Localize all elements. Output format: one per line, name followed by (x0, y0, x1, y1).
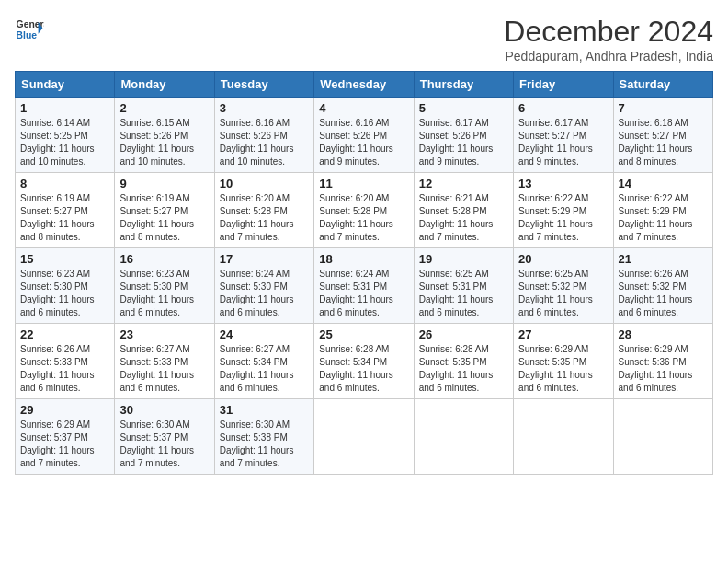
calendar-cell: 15Sunrise: 6:23 AM Sunset: 5:30 PM Dayli… (16, 248, 115, 324)
calendar-body: 1Sunrise: 6:14 AM Sunset: 5:25 PM Daylig… (16, 98, 713, 475)
calendar-cell (514, 399, 613, 475)
calendar-week-row: 22Sunrise: 6:26 AM Sunset: 5:33 PM Dayli… (16, 324, 713, 399)
calendar-week-row: 1Sunrise: 6:14 AM Sunset: 5:25 PM Daylig… (16, 98, 713, 173)
day-number: 3 (220, 101, 309, 115)
calendar-cell: 28Sunrise: 6:29 AM Sunset: 5:36 PM Dayli… (613, 324, 712, 399)
calendar-cell (613, 399, 712, 475)
calendar-cell: 2Sunrise: 6:15 AM Sunset: 5:26 PM Daylig… (115, 98, 214, 173)
day-info: Sunrise: 6:28 AM Sunset: 5:35 PM Dayligh… (419, 343, 508, 395)
day-number: 8 (20, 177, 109, 190)
calendar-cell (314, 399, 414, 475)
calendar-header-cell: Sunday (16, 72, 115, 98)
day-number: 28 (619, 327, 708, 341)
calendar-cell: 22Sunrise: 6:26 AM Sunset: 5:33 PM Dayli… (16, 324, 115, 399)
day-number: 18 (319, 252, 408, 266)
title-area: December 2024 Peddapuram, Andhra Pradesh… (504, 15, 713, 63)
calendar-cell: 18Sunrise: 6:24 AM Sunset: 5:31 PM Dayli… (314, 248, 414, 324)
day-info: Sunrise: 6:29 AM Sunset: 5:35 PM Dayligh… (518, 343, 608, 395)
calendar-cell: 1Sunrise: 6:14 AM Sunset: 5:25 PM Daylig… (16, 98, 115, 173)
calendar-cell: 24Sunrise: 6:27 AM Sunset: 5:34 PM Dayli… (214, 324, 313, 399)
day-number: 6 (518, 101, 608, 115)
day-info: Sunrise: 6:22 AM Sunset: 5:29 PM Dayligh… (619, 192, 708, 244)
day-info: Sunrise: 6:30 AM Sunset: 5:38 PM Dayligh… (220, 419, 309, 470)
calendar-cell: 3Sunrise: 6:16 AM Sunset: 5:26 PM Daylig… (214, 98, 313, 173)
calendar-header-cell: Thursday (414, 72, 513, 98)
day-info: Sunrise: 6:18 AM Sunset: 5:27 PM Dayligh… (619, 117, 708, 168)
day-info: Sunrise: 6:23 AM Sunset: 5:30 PM Dayligh… (20, 268, 109, 319)
day-info: Sunrise: 6:20 AM Sunset: 5:28 PM Dayligh… (220, 192, 309, 244)
day-number: 19 (419, 252, 508, 266)
svg-text:Blue: Blue (17, 30, 38, 40)
day-number: 25 (319, 327, 408, 341)
calendar-cell: 14Sunrise: 6:22 AM Sunset: 5:29 PM Dayli… (613, 173, 712, 248)
day-number: 9 (119, 177, 209, 190)
day-number: 10 (220, 177, 309, 190)
calendar-cell: 9Sunrise: 6:19 AM Sunset: 5:27 PM Daylig… (115, 173, 214, 248)
day-info: Sunrise: 6:21 AM Sunset: 5:28 PM Dayligh… (419, 192, 508, 244)
day-info: Sunrise: 6:19 AM Sunset: 5:27 PM Dayligh… (20, 192, 109, 244)
day-info: Sunrise: 6:24 AM Sunset: 5:30 PM Dayligh… (220, 268, 309, 319)
day-info: Sunrise: 6:29 AM Sunset: 5:37 PM Dayligh… (20, 419, 109, 470)
calendar-cell: 11Sunrise: 6:20 AM Sunset: 5:28 PM Dayli… (314, 173, 414, 248)
calendar-header-cell: Tuesday (214, 72, 313, 98)
day-info: Sunrise: 6:17 AM Sunset: 5:27 PM Dayligh… (518, 117, 608, 168)
calendar-cell: 26Sunrise: 6:28 AM Sunset: 5:35 PM Dayli… (414, 324, 513, 399)
day-number: 16 (119, 252, 209, 266)
logo: General Blue (15, 15, 44, 44)
calendar-cell: 31Sunrise: 6:30 AM Sunset: 5:38 PM Dayli… (214, 399, 313, 475)
calendar-week-row: 8Sunrise: 6:19 AM Sunset: 5:27 PM Daylig… (16, 173, 713, 248)
day-number: 1 (20, 101, 109, 115)
header: General Blue December 2024 Peddapuram, A… (15, 15, 713, 63)
day-number: 30 (119, 403, 209, 417)
day-number: 20 (518, 252, 608, 266)
day-info: Sunrise: 6:28 AM Sunset: 5:34 PM Dayligh… (319, 343, 408, 395)
day-info: Sunrise: 6:20 AM Sunset: 5:28 PM Dayligh… (319, 192, 408, 244)
day-info: Sunrise: 6:14 AM Sunset: 5:25 PM Dayligh… (20, 117, 109, 168)
day-info: Sunrise: 6:26 AM Sunset: 5:33 PM Dayligh… (20, 343, 109, 395)
day-number: 27 (518, 327, 608, 341)
calendar-header-cell: Wednesday (314, 72, 414, 98)
calendar-cell: 10Sunrise: 6:20 AM Sunset: 5:28 PM Dayli… (214, 173, 313, 248)
calendar-week-row: 15Sunrise: 6:23 AM Sunset: 5:30 PM Dayli… (16, 248, 713, 324)
day-info: Sunrise: 6:29 AM Sunset: 5:36 PM Dayligh… (619, 343, 708, 395)
day-number: 13 (518, 177, 608, 190)
calendar-cell: 21Sunrise: 6:26 AM Sunset: 5:32 PM Dayli… (613, 248, 712, 324)
calendar-cell: 7Sunrise: 6:18 AM Sunset: 5:27 PM Daylig… (613, 98, 712, 173)
day-number: 29 (20, 403, 109, 417)
day-number: 31 (220, 403, 309, 417)
calendar-cell: 25Sunrise: 6:28 AM Sunset: 5:34 PM Dayli… (314, 324, 414, 399)
calendar-week-row: 29Sunrise: 6:29 AM Sunset: 5:37 PM Dayli… (16, 399, 713, 475)
day-number: 11 (319, 177, 408, 190)
day-info: Sunrise: 6:26 AM Sunset: 5:32 PM Dayligh… (619, 268, 708, 319)
subtitle: Peddapuram, Andhra Pradesh, India (504, 49, 713, 63)
day-info: Sunrise: 6:16 AM Sunset: 5:26 PM Dayligh… (220, 117, 309, 168)
day-number: 21 (619, 252, 708, 266)
calendar-cell (414, 399, 513, 475)
day-info: Sunrise: 6:25 AM Sunset: 5:31 PM Dayligh… (419, 268, 508, 319)
day-info: Sunrise: 6:24 AM Sunset: 5:31 PM Dayligh… (319, 268, 408, 319)
logo-icon: General Blue (15, 15, 44, 44)
calendar-cell: 29Sunrise: 6:29 AM Sunset: 5:37 PM Dayli… (16, 399, 115, 475)
calendar-cell: 4Sunrise: 6:16 AM Sunset: 5:26 PM Daylig… (314, 98, 414, 173)
month-title: December 2024 (504, 15, 713, 49)
day-number: 12 (419, 177, 508, 190)
calendar-header-cell: Friday (514, 72, 613, 98)
calendar-cell: 23Sunrise: 6:27 AM Sunset: 5:33 PM Dayli… (115, 324, 214, 399)
day-info: Sunrise: 6:15 AM Sunset: 5:26 PM Dayligh… (119, 117, 209, 168)
day-info: Sunrise: 6:19 AM Sunset: 5:27 PM Dayligh… (119, 192, 209, 244)
day-info: Sunrise: 6:23 AM Sunset: 5:30 PM Dayligh… (119, 268, 209, 319)
calendar-cell: 8Sunrise: 6:19 AM Sunset: 5:27 PM Daylig… (16, 173, 115, 248)
calendar-cell: 5Sunrise: 6:17 AM Sunset: 5:26 PM Daylig… (414, 98, 513, 173)
day-info: Sunrise: 6:17 AM Sunset: 5:26 PM Dayligh… (419, 117, 508, 168)
calendar-header-cell: Monday (115, 72, 214, 98)
day-info: Sunrise: 6:27 AM Sunset: 5:33 PM Dayligh… (119, 343, 209, 395)
calendar-header-cell: Saturday (613, 72, 712, 98)
calendar-table: SundayMondayTuesdayWednesdayThursdayFrid… (15, 71, 713, 475)
day-number: 26 (419, 327, 508, 341)
day-number: 23 (119, 327, 209, 341)
calendar-cell: 17Sunrise: 6:24 AM Sunset: 5:30 PM Dayli… (214, 248, 313, 324)
day-info: Sunrise: 6:27 AM Sunset: 5:34 PM Dayligh… (220, 343, 309, 395)
calendar-cell: 12Sunrise: 6:21 AM Sunset: 5:28 PM Dayli… (414, 173, 513, 248)
calendar-cell: 27Sunrise: 6:29 AM Sunset: 5:35 PM Dayli… (514, 324, 613, 399)
day-info: Sunrise: 6:30 AM Sunset: 5:37 PM Dayligh… (119, 419, 209, 470)
